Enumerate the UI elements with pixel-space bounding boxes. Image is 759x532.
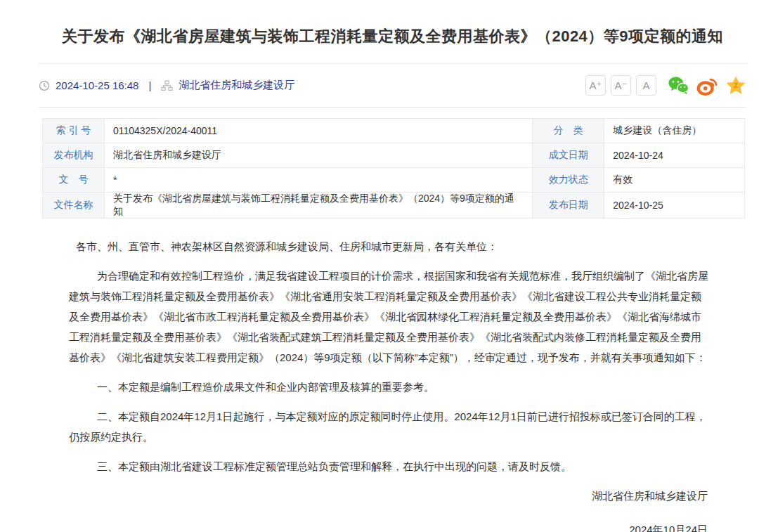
font-increase-button[interactable]: A⁺ [585, 75, 606, 96]
paragraph-item-1: 一、本定额是编制工程造价成果文件和企业内部管理及核算的重要参考。 [69, 377, 710, 397]
table-row: 文 号 * 效力状态 有效 [43, 168, 745, 193]
signature-org: 湖北省住房和城乡建设厅 [39, 486, 708, 506]
divider-meta [39, 107, 746, 108]
info-value-doc-number: * [104, 168, 532, 193]
wechat-icon [668, 86, 689, 97]
info-label-written-date: 成文日期 [533, 143, 604, 168]
article-page: 关于发布《湖北省房屋建筑与装饰工程消耗量定额及全费用基价表》（2024）等9项定… [39, 0, 746, 532]
paragraph-intro: 为合理确定和有效控制工程造价，满足我省建设工程项目的计价需求，根据国家和我省有关… [69, 266, 710, 368]
publish-time: 2024-10-25 16:48 [56, 79, 138, 91]
article-body: 各市、州、直管市、神农架林区自然资源和城乡建设局、住房和城市更新局，各有关单位：… [39, 219, 746, 476]
svg-text:z: z [734, 79, 738, 89]
table-row: 文件名称 关于发布《湖北省房屋建筑与装饰工程消耗量定额及全费用基价表》（2024… [43, 193, 745, 219]
info-label-doc-number: 文 号 [43, 168, 105, 193]
info-value-written-date: 2024-10-24 [604, 143, 745, 168]
meta-bar: 2024-10-25 16:48 | 湖北省住房和城乡建设厅 A⁺ A⁻ A [39, 64, 746, 107]
info-value-index-number: 01104325X/2024-40011 [104, 119, 532, 143]
meta-actions: A⁺ A⁻ A [585, 75, 746, 96]
info-value-issuer: 湖北省住房和城乡建设厅 [104, 143, 532, 168]
weibo-icon [696, 88, 718, 98]
source-name: 湖北省住房和城乡建设厅 [179, 79, 294, 92]
info-label-doc-title: 文件名称 [43, 193, 105, 219]
paragraph-salutation: 各市、州、直管市、神农架林区自然资源和城乡建设局、住房和城市更新局，各有关单位： [69, 236, 710, 257]
organization-icon [161, 80, 173, 91]
table-row: 索 引 号 01104325X/2024-40011 分 类 城乡建设（含住房） [43, 119, 745, 143]
info-value-doc-title: 关于发布《湖北省房屋建筑与装饰工程消耗量定额及全费用基价表》（2024）等9项定… [104, 193, 532, 219]
info-value-publish-date: 2024-10-25 [604, 193, 745, 219]
info-label-validity: 效力状态 [533, 168, 604, 193]
share-wechat-button[interactable] [668, 75, 689, 96]
font-size-controls: A⁺ A⁻ A [585, 75, 656, 96]
share-qzone-button[interactable]: z [725, 75, 746, 96]
info-value-category: 城乡建设（含住房） [604, 119, 745, 143]
meta-separator: | [148, 79, 151, 91]
paragraph-item-2: 二、本定额自2024年12月1日起施行，与本定额对应的原定额同时停止使用。202… [69, 406, 710, 447]
info-label-category: 分 类 [533, 119, 604, 143]
title-block: 关于发布《湖北省房屋建筑与装饰工程消耗量定额及全费用基价表》（2024）等9项定… [39, 0, 746, 63]
signature-block: 湖北省住房和城乡建设厅 2024年10月24日 [39, 486, 746, 532]
share-weibo-button[interactable] [696, 75, 718, 96]
font-decrease-button[interactable]: A⁻ [611, 75, 631, 96]
article-title: 关于发布《湖北省房屋建筑与装饰工程消耗量定额及全费用基价表》（2024）等9项定… [46, 25, 739, 48]
info-label-issuer: 发布机构 [43, 143, 105, 168]
meta-info: 2024-10-25 16:48 | 湖北省住房和城乡建设厅 [39, 79, 294, 92]
qzone-icon: z [725, 88, 746, 98]
info-label-publish-date: 发布日期 [533, 193, 604, 219]
table-row: 发布机构 湖北省住房和城乡建设厅 成文日期 2024-10-24 [43, 143, 745, 168]
info-value-validity: 有效 [604, 168, 745, 193]
signature-date: 2024年10月24日 [39, 519, 708, 532]
share-controls: z [668, 75, 746, 96]
font-reset-button[interactable]: A [636, 75, 656, 96]
document-info-table: 索 引 号 01104325X/2024-40011 分 类 城乡建设（含住房）… [42, 118, 745, 219]
paragraph-item-3: 三、本定额由湖北省建设工程标准定额管理总站负责管理和解释，在执行中出现的问题，请… [69, 456, 710, 476]
clock-icon [39, 80, 50, 91]
info-label-index-number: 索 引 号 [43, 119, 105, 143]
